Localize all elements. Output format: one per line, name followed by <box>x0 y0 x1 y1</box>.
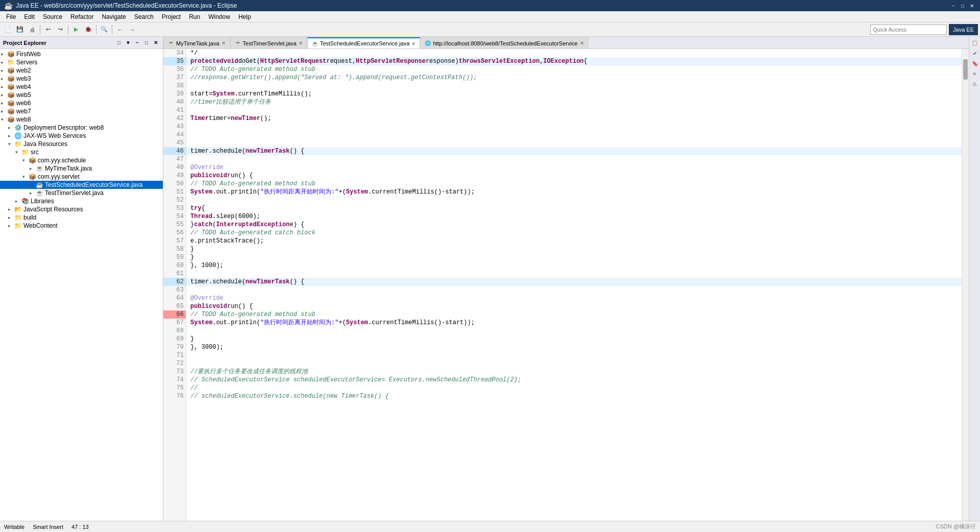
tree-label-javares: Java Resources <box>23 140 67 148</box>
tree-icon-web5: 📦 <box>7 91 15 99</box>
tree-item-javares[interactable]: ▾ 📁 Java Resources <box>0 140 163 148</box>
tree-label-firstweb: FirstWeb <box>16 51 41 58</box>
menu-project[interactable]: Project <box>158 12 185 21</box>
tree-arrow-schedule: ▾ <box>22 158 29 163</box>
back-button[interactable]: ← <box>114 24 126 35</box>
code-line-62: timer.schedule(new TimerTask() { <box>186 278 962 286</box>
tree-item-mytimetask[interactable]: ▸ ☕ MyTimeTask.java <box>0 164 163 173</box>
window-title: Java EE - web8/src/com/yyy/servlet/TestS… <box>16 2 949 9</box>
editor-scrollbar[interactable] <box>962 49 969 521</box>
tree-item-web7[interactable]: ▸ 📦 web7 <box>0 107 163 115</box>
minimize-button[interactable]: − <box>949 2 958 9</box>
tab-close-0[interactable]: ✕ <box>222 40 226 46</box>
close-button[interactable]: ✕ <box>968 2 976 9</box>
tab-close-3[interactable]: ✕ <box>580 40 584 46</box>
print-button[interactable]: 🖨 <box>27 24 38 35</box>
menu-edit[interactable]: Edit <box>20 12 39 21</box>
line-number-36: 36 <box>163 65 186 74</box>
tree-item-web5[interactable]: ▸ 📦 web5 <box>0 91 163 99</box>
code-line-42: Timer timer=new Timer(); <box>186 114 962 123</box>
menu-run[interactable]: Run <box>185 12 204 21</box>
debug-button[interactable]: 🐞 <box>83 24 94 35</box>
line-number-64: 64 <box>163 294 186 302</box>
menu-refactor[interactable]: Refactor <box>66 12 97 21</box>
line-number-58: 58 <box>163 245 186 253</box>
code-line-35: protected void doGet(HttpServletRequest … <box>186 57 962 65</box>
line-numbers-gutter: 3435363738394041424344454647484950515253… <box>163 49 186 521</box>
search-button[interactable]: 🔍 <box>99 24 110 35</box>
menu-search[interactable]: Search <box>130 12 158 21</box>
menu-window[interactable]: Window <box>204 12 234 21</box>
perspective-java-ee[interactable]: Java EE <box>949 24 978 35</box>
save-button[interactable]: 💾 <box>14 24 26 35</box>
line-number-63: 63 <box>163 286 186 294</box>
code-line-49: public void run() { <box>186 172 962 180</box>
editor-tab-3[interactable]: 🌐 http://localhost:8080/web8/TestSchedul… <box>420 37 588 49</box>
tree-item-testscheduled[interactable]: ▸ ☕ TestScheduledExecutorService.java <box>0 181 163 189</box>
tree-icon-web4: 📦 <box>7 83 15 90</box>
undo-button[interactable]: ↩ <box>42 24 54 35</box>
tree-item-firstweb[interactable]: ▸ 📦 FirstWeb <box>0 50 163 58</box>
tree-item-web6[interactable]: ▸ 📦 web6 <box>0 99 163 107</box>
tree-label-web5: web5 <box>16 91 31 99</box>
code-line-55: } catch (InterruptedException e) { <box>186 221 962 229</box>
tree-arrow-servers: ▸ <box>1 60 7 65</box>
maximize-button[interactable]: □ <box>959 2 967 9</box>
pe-min-btn[interactable]: − <box>133 39 141 47</box>
menu-source[interactable]: Source <box>39 12 66 21</box>
tab-icon-1: ☕ <box>235 40 241 46</box>
rs-task-btn[interactable]: ✔ <box>970 49 979 58</box>
rs-bookmark-btn[interactable]: 🔖 <box>970 59 979 68</box>
code-content[interactable]: */ protected void doGet(HttpServletReque… <box>186 49 962 521</box>
menu-file[interactable]: File <box>2 12 20 21</box>
app-icon: ☕ <box>4 2 13 10</box>
editor-tab-0[interactable]: ☕ MyTimeTask.java ✕ <box>163 37 230 49</box>
tree-item-web4[interactable]: ▸ 📦 web4 <box>0 83 163 91</box>
run-button[interactable]: ▶ <box>70 24 82 35</box>
rs-console-btn[interactable]: ≡ <box>970 69 979 78</box>
tree-item-build[interactable]: ▸ 📁 build <box>0 213 163 222</box>
tree-item-libraries[interactable]: ▸ 📚 Libraries <box>0 197 163 205</box>
menu-navigate[interactable]: Navigate <box>97 12 130 21</box>
tree-item-src[interactable]: ▾ 📁 src <box>0 148 163 156</box>
redo-button[interactable]: ↪ <box>55 24 66 35</box>
code-line-54: Thread.sleep(6000); <box>186 212 962 221</box>
menu-help[interactable]: Help <box>234 12 255 21</box>
tab-close-1[interactable]: ✕ <box>299 40 303 46</box>
tree-item-dd[interactable]: ▸ ⚙️ Deployment Descriptor: web8 <box>0 124 163 132</box>
editor-tab-1[interactable]: ☕ TestTimerServlet.java ✕ <box>230 37 307 49</box>
quick-access-input[interactable] <box>870 25 947 35</box>
rs-outline-btn[interactable]: 📋 <box>970 38 979 47</box>
line-number-45: 45 <box>163 139 186 147</box>
tree-item-jsres[interactable]: ▸ 📂 JavaScript Resources <box>0 205 163 213</box>
forward-button[interactable]: → <box>127 24 138 35</box>
tree-item-web8[interactable]: ▾ 📦 web8 <box>0 115 163 124</box>
pe-menu-btn[interactable]: ▼ <box>124 39 132 47</box>
tree-label-libraries: Libraries <box>31 198 54 205</box>
editor-tab-2[interactable]: ☕ TestScheduledExecutorService.java ✕ <box>307 37 420 49</box>
new-button[interactable]: 📄 <box>2 24 13 35</box>
tree-item-testtimerservlet[interactable]: ▸ ☕ TestTimerServlet.java <box>0 189 163 197</box>
code-line-70: }, 3000); <box>186 343 962 351</box>
tree-item-web3[interactable]: ▸ 📦 web3 <box>0 75 163 83</box>
line-number-60: 60 <box>163 261 186 270</box>
tree-item-webcontent[interactable]: ▸ 📁 WebContent <box>0 222 163 230</box>
tree-item-web2[interactable]: ▸ 📦 web2 <box>0 66 163 75</box>
rs-problems-btn[interactable]: ⚠ <box>970 79 979 88</box>
pe-collapse-btn[interactable]: □ <box>115 39 123 47</box>
window-controls[interactable]: − □ ✕ <box>949 2 976 9</box>
tree-item-servlet[interactable]: ▾ 📦 com.yyy.servlet <box>0 173 163 181</box>
tree-item-jaxws[interactable]: ▸ 🌐 JAX-WS Web Services <box>0 132 163 140</box>
line-number-75: 75 <box>163 384 186 392</box>
tree-item-schedule[interactable]: ▾ 📦 com.yyy.schedule <box>0 156 163 164</box>
toolbar-separator-1 <box>40 25 40 34</box>
pe-max-btn[interactable]: □ <box>142 39 151 47</box>
tree-arrow-web3: ▸ <box>1 76 7 81</box>
code-editor[interactable]: 3435363738394041424344454647484950515253… <box>163 49 969 521</box>
tree-item-servers[interactable]: ▸ 📁 Servers <box>0 58 163 66</box>
tab-close-2[interactable]: ✕ <box>411 41 415 46</box>
line-number-68: 68 <box>163 327 186 335</box>
tree-label-web6: web6 <box>16 100 31 107</box>
tree-arrow-webcontent: ▸ <box>8 223 14 228</box>
pe-close-btn[interactable]: ✕ <box>152 39 160 47</box>
